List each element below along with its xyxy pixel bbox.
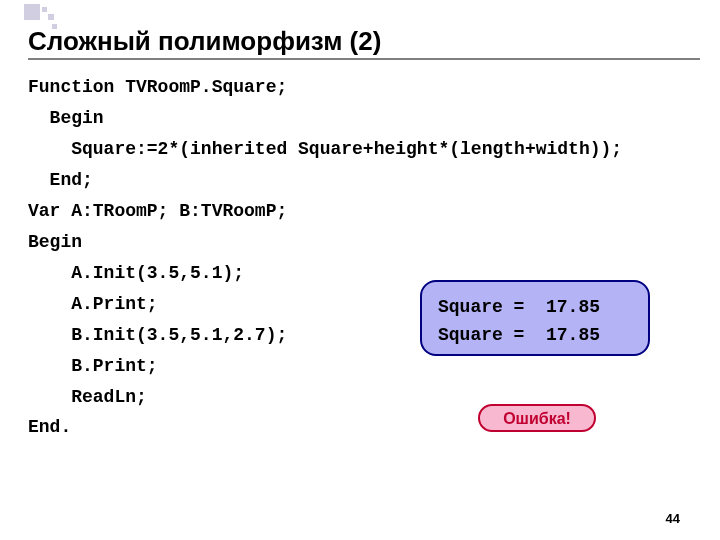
code-line: Square:=2*(inherited Square+height*(leng… xyxy=(28,139,622,159)
code-line: Begin xyxy=(28,108,104,128)
code-block: Function TVRoomP.Square; Begin Square:=2… xyxy=(28,72,700,443)
slide-title: Сложный полиморфизм (2) xyxy=(28,26,381,57)
title-rule xyxy=(28,58,700,60)
output-line: Square = 17.85 xyxy=(438,325,600,345)
code-line: A.Init(3.5,5.1); xyxy=(28,263,244,283)
code-line: Function TVRoomP.Square; xyxy=(28,77,287,97)
code-line: B.Init(3.5,5.1,2.7); xyxy=(28,325,287,345)
page-number: 44 xyxy=(666,511,680,526)
code-line: End. xyxy=(28,417,71,437)
code-line: End; xyxy=(28,170,93,190)
code-line: Var A:TRoomP; B:TVRoomP; xyxy=(28,201,287,221)
code-line: B.Print; xyxy=(28,356,158,376)
output-line: Square = 17.85 xyxy=(438,297,600,317)
error-badge: Ошибка! xyxy=(478,404,596,432)
code-line: ReadLn; xyxy=(28,387,147,407)
code-line: Begin xyxy=(28,232,82,252)
code-line: A.Print; xyxy=(28,294,158,314)
output-box: Square = 17.85 Square = 17.85 xyxy=(420,280,650,356)
